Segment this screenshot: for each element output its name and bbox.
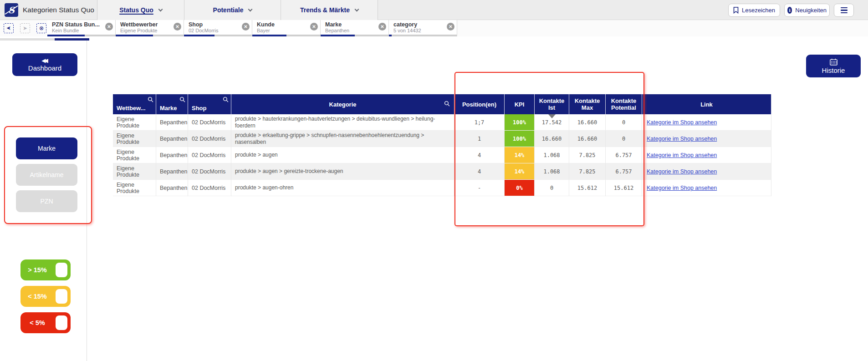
category-shop-link[interactable]: Kategorie im Shop ansehen: [646, 119, 717, 126]
dashboard-button[interactable]: ◀◀ Dashboard: [12, 53, 77, 76]
column-header-marke[interactable]: Marke: [156, 94, 188, 114]
chevron-down-icon: [355, 7, 359, 11]
filter-chip-pzn-status-bun-[interactable]: PZN Status Bun...Kein Bundle✕: [47, 20, 116, 36]
cell-wettbewerber: Eigene Produkte: [113, 114, 156, 131]
filterbar-scroll-thumb[interactable]: [55, 38, 89, 41]
cell-position: 4: [454, 163, 505, 180]
cell-position: -: [454, 180, 505, 196]
tab-trends-m-rkte[interactable]: Trends & Märkte: [281, 0, 378, 20]
tab-status-quo[interactable]: Status Quo: [97, 0, 184, 20]
column-header-label: Shop: [192, 105, 207, 112]
selections-forward-icon[interactable]: ➤: [20, 23, 30, 33]
category-shop-link[interactable]: Kategorie im Shop ansehen: [646, 168, 717, 175]
kategorie-table: Wettbew...MarkeShopKategoriePosition(en)…: [113, 94, 771, 196]
legend-toggle-15pct[interactable]: < 15%: [20, 286, 71, 307]
cell-kontakte-max: 7.825: [569, 163, 606, 180]
column-header-wettbew-[interactable]: Wettbew...: [113, 94, 156, 114]
legend-toggle-5pct[interactable]: < 5%: [20, 312, 71, 333]
search-icon[interactable]: [444, 101, 450, 107]
close-icon[interactable]: ✕: [310, 23, 318, 31]
cell-link: Kategorie im Shop ansehen: [642, 131, 771, 147]
close-icon[interactable]: ✕: [242, 23, 250, 31]
filter-chip-title: PZN Status Bun...: [52, 21, 103, 28]
column-header-shop[interactable]: Shop: [188, 94, 231, 114]
rewind-icon: ◀◀: [41, 58, 46, 63]
cell-link: Kategorie im Shop ansehen: [642, 163, 771, 180]
bookmark-icon: [733, 7, 739, 14]
cell-wettbewerber: Eigene Produkte: [113, 163, 156, 180]
cell-shop: 02 DocMorris: [188, 163, 231, 180]
dashboard-label: Dashboard: [28, 64, 61, 72]
cell-wettbewerber: Eigene Produkte: [113, 147, 156, 163]
filter-chip-marke[interactable]: MarkeBepanthen✕: [321, 20, 389, 36]
news-button[interactable]: i Neuigkeiten: [784, 4, 830, 17]
selections-back-icon[interactable]: ➤: [4, 23, 14, 33]
search-icon[interactable]: [179, 97, 185, 102]
filter-chip-selection-bar: [252, 35, 320, 36]
sidebar-divider: [87, 41, 87, 361]
column-header-kontakte-max[interactable]: Kontakte Max: [569, 94, 606, 114]
cell-position: 1: [454, 131, 505, 147]
hamburger-menu-button[interactable]: [834, 4, 854, 17]
close-icon[interactable]: ✕: [447, 23, 454, 31]
category-shop-link[interactable]: Kategorie im Shop ansehen: [646, 152, 717, 158]
cell-position: 4: [454, 147, 505, 163]
column-header-position-en-[interactable]: Position(en): [454, 94, 505, 114]
column-header-link[interactable]: Link: [642, 94, 771, 114]
top-bar: S Kategorien Status Quo Status QuoPotent…: [0, 0, 868, 20]
cell-kontakte-max: 16.660: [569, 114, 606, 131]
filter-chip-wettbewerber[interactable]: WettbewerberEigene Produkte✕: [116, 20, 184, 36]
cell-kontakte-potential: 15.612: [606, 180, 642, 196]
column-header-kontakte-ist[interactable]: Kontakte Ist: [535, 94, 569, 114]
cell-kpi-badge: 0%: [505, 180, 535, 196]
cell-shop: 02 DocMorris: [188, 147, 231, 163]
category-shop-link[interactable]: Kategorie im Shop ansehen: [646, 185, 717, 191]
cell-kontakte-potential: 0: [606, 131, 642, 147]
column-header-kategorie[interactable]: Kategorie: [231, 94, 454, 114]
filter-chip-kunde[interactable]: KundeBayer✕: [252, 20, 321, 36]
filter-chip-category[interactable]: category5 von 14432✕: [389, 20, 457, 36]
dimension-button-pzn[interactable]: PZN: [16, 190, 77, 212]
tab-potentiale[interactable]: Potentiale: [184, 0, 281, 20]
history-button[interactable]: Historie: [806, 55, 861, 77]
cell-wettbewerber: Eigene Produkte: [113, 131, 156, 147]
cell-wettbewerber: Eigene Produkte: [113, 180, 156, 196]
filter-chip-selection-bar: [389, 35, 457, 36]
search-icon[interactable]: [223, 97, 229, 102]
hamburger-icon: [841, 7, 848, 9]
column-header-label: Wettbew...: [117, 105, 146, 112]
chevron-down-icon: [158, 7, 163, 11]
filter-chip-value: Kein Bundle: [52, 28, 103, 33]
close-icon[interactable]: ✕: [378, 23, 386, 31]
sort-indicator-icon: [548, 114, 556, 118]
search-icon[interactable]: [148, 97, 153, 102]
column-header-kpi[interactable]: KPI: [505, 94, 535, 114]
filter-chip-selection-bar: [116, 35, 184, 36]
category-shop-link[interactable]: Kategorie im Shop ansehen: [646, 136, 717, 142]
clear-selections-icon[interactable]: ⊗: [36, 23, 46, 33]
filter-chip-selection-bar: [47, 35, 115, 36]
cell-kategorie: produkte > erkaeltung-grippe > schnupfen…: [231, 131, 454, 147]
tab-label: Status Quo: [119, 6, 153, 14]
dimension-button-marke[interactable]: Marke: [16, 137, 77, 159]
cell-link: Kategorie im Shop ansehen: [642, 180, 771, 196]
filter-chip-shop[interactable]: Shop02 DocMorris✕: [184, 20, 252, 36]
cell-marke: Bepanthen: [156, 131, 188, 147]
cell-marke: Bepanthen: [156, 180, 188, 196]
close-icon[interactable]: ✕: [174, 23, 181, 31]
cell-link: Kategorie im Shop ansehen: [642, 114, 771, 131]
cell-marke: Bepanthen: [156, 114, 188, 131]
cell-kontakte-potential: 0: [606, 114, 642, 131]
column-header-label: KPI: [515, 101, 525, 108]
info-icon: i: [787, 7, 792, 14]
close-icon[interactable]: ✕: [105, 23, 113, 31]
nav-tabs: Status QuoPotentialeTrends & Märkte: [97, 0, 378, 20]
cell-kategorie: produkte > augen-ohren: [231, 180, 454, 196]
filter-chip-title: Wettbewerber: [120, 21, 172, 28]
filter-chip-title: Marke: [325, 21, 377, 28]
legend-toggle-15pct[interactable]: > 15%: [20, 259, 71, 280]
cell-kategorie: produkte > augen > gereizte-trockene-aug…: [231, 163, 454, 180]
bookmarks-button[interactable]: Lesezeichen: [728, 4, 780, 17]
dimension-button-artikelname[interactable]: Artikelname: [16, 164, 77, 186]
column-header-kontakte-potential[interactable]: Kontakte Potential: [606, 94, 642, 114]
